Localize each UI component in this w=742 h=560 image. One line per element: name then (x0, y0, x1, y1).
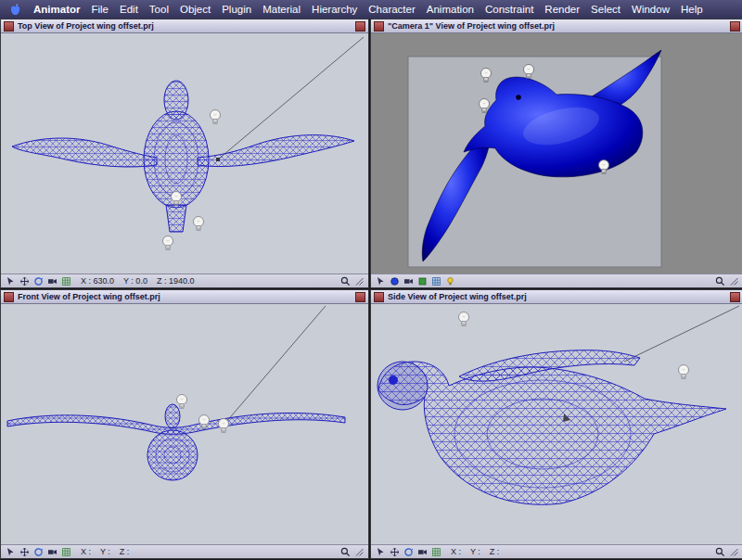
resize-grip-icon[interactable] (728, 546, 739, 557)
side-view-title: Side View of Project wing offset.prj (388, 292, 527, 301)
side-view-canvas[interactable] (371, 304, 742, 544)
camera-tool-icon[interactable] (46, 546, 58, 557)
select-tool-icon[interactable] (375, 546, 386, 557)
light-bulb-icon[interactable] (679, 365, 689, 379)
front-view-statusbar: X : Y : Z : (1, 544, 368, 558)
shade-mode-icon[interactable] (389, 275, 400, 286)
x-coordinate: X : (81, 547, 91, 556)
camera-view-window: "Camera 1" View of Project wing offset.p… (370, 19, 742, 288)
light-bulb-icon[interactable] (211, 110, 221, 124)
light-bulb-icon[interactable] (219, 419, 229, 433)
camera-view-canvas[interactable] (371, 33, 742, 274)
apple-icon (10, 4, 20, 16)
menu-tool[interactable]: Tool (144, 0, 174, 19)
x-coordinate: X : (451, 547, 461, 556)
camera-tool-icon[interactable] (403, 275, 414, 286)
top-view-statusbar: X : 630.0 Y : 0.0 Z : 1940.0 (1, 274, 368, 287)
rotate-tool-icon[interactable] (403, 546, 414, 557)
bird-head-mesh[interactable] (377, 362, 428, 410)
menu-edit[interactable]: Edit (114, 0, 144, 19)
select-tool-icon[interactable] (5, 546, 16, 557)
bird-mesh-side-view[interactable] (378, 350, 726, 505)
menu-render[interactable]: Render (539, 0, 585, 19)
x-coordinate: X : 630.0 (81, 276, 114, 286)
light-bulb-icon[interactable] (459, 312, 469, 326)
magnifier-icon[interactable] (339, 546, 351, 557)
select-tool-icon[interactable] (5, 275, 16, 286)
bird-eye (389, 375, 398, 385)
top-view-window: Top View of Project wing offset.prj (0, 19, 369, 288)
menu-select[interactable]: Select (585, 0, 626, 19)
z-coordinate: Z : 1940.0 (157, 276, 195, 286)
menu-constraint[interactable]: Constraint (480, 0, 539, 19)
menu-file[interactable]: File (85, 0, 114, 19)
grid-toggle-icon[interactable] (60, 546, 71, 557)
camera-handle[interactable] (216, 158, 220, 161)
close-box-icon[interactable] (374, 292, 384, 302)
grid-toggle-icon[interactable] (430, 275, 441, 286)
bird-eye (516, 95, 521, 100)
light-bulb-icon[interactable] (177, 395, 187, 409)
camera-target-line (624, 306, 739, 362)
close-box-icon[interactable] (374, 21, 384, 32)
z-coordinate: Z : (120, 547, 130, 556)
select-tool-icon[interactable] (375, 275, 386, 286)
camera-view-statusbar (371, 274, 742, 287)
camera-tool-icon[interactable] (416, 546, 428, 557)
y-coordinate: Y : (100, 547, 110, 556)
front-view-window: Front View of Project wing offset.prj (0, 289, 369, 559)
menu-object[interactable]: Object (174, 0, 216, 19)
magnifier-icon[interactable] (714, 546, 725, 557)
resize-grip-icon[interactable] (728, 275, 739, 286)
menu-bar: Animator File Edit Tool Object Plugin Ma… (0, 0, 742, 19)
light-bulb-icon[interactable] (163, 236, 173, 250)
magnifier-icon[interactable] (339, 275, 351, 286)
menu-material[interactable]: Material (257, 0, 306, 19)
zoom-box-icon[interactable] (355, 21, 365, 32)
pan-tool-icon[interactable] (389, 546, 400, 557)
menu-help[interactable]: Help (675, 0, 709, 19)
side-view-window: Side View of Project wing offset.prj (370, 289, 742, 559)
y-coordinate: Y : (470, 547, 480, 556)
zoom-box-icon[interactable] (355, 292, 365, 302)
light-toggle-icon[interactable] (444, 275, 455, 286)
menu-character[interactable]: Character (363, 0, 421, 19)
menu-animator[interactable]: Animator (28, 0, 85, 19)
zoom-box-icon[interactable] (730, 292, 740, 302)
bird-mesh-front-view[interactable] (7, 404, 345, 480)
side-view-titlebar[interactable]: Side View of Project wing offset.prj (371, 290, 742, 304)
render-region-icon[interactable] (416, 275, 428, 286)
top-view-title: Top View of Project wing offset.prj (18, 21, 154, 31)
resize-grip-icon[interactable] (353, 275, 365, 286)
light-bulb-icon[interactable] (194, 217, 204, 231)
top-view-canvas[interactable] (1, 33, 368, 274)
close-box-icon[interactable] (4, 292, 14, 302)
pan-tool-icon[interactable] (19, 275, 30, 286)
y-coordinate: Y : 0.0 (123, 276, 147, 286)
side-view-statusbar: X : Y : Z : (371, 544, 742, 558)
z-coordinate: Z : (490, 547, 500, 556)
grid-toggle-icon[interactable] (60, 275, 71, 286)
menu-animation[interactable]: Animation (421, 0, 480, 19)
apple-menu[interactable] (0, 0, 28, 19)
rotate-tool-icon[interactable] (32, 275, 44, 286)
camera-target-line (226, 306, 326, 422)
grid-toggle-icon[interactable] (430, 546, 441, 557)
close-box-icon[interactable] (4, 21, 14, 32)
pan-tool-icon[interactable] (19, 546, 30, 557)
camera-tool-icon[interactable] (46, 275, 58, 286)
front-view-title: Front View of Project wing offset.prj (18, 292, 160, 301)
zoom-box-icon[interactable] (730, 21, 740, 32)
menu-hierarchy[interactable]: Hierarchy (306, 0, 363, 19)
resize-grip-icon[interactable] (353, 546, 365, 557)
camera-view-titlebar[interactable]: "Camera 1" View of Project wing offset.p… (371, 19, 742, 33)
magnifier-icon[interactable] (714, 275, 725, 286)
menu-window[interactable]: Window (626, 0, 675, 19)
top-view-titlebar[interactable]: Top View of Project wing offset.prj (1, 19, 368, 33)
menu-plugin[interactable]: Plugin (216, 0, 257, 19)
front-view-canvas[interactable] (1, 304, 368, 544)
rotate-tool-icon[interactable] (32, 546, 44, 557)
bird-mesh-top-view[interactable] (12, 81, 354, 232)
camera-view-title: "Camera 1" View of Project wing offset.p… (388, 21, 555, 31)
front-view-titlebar[interactable]: Front View of Project wing offset.prj (1, 290, 368, 304)
